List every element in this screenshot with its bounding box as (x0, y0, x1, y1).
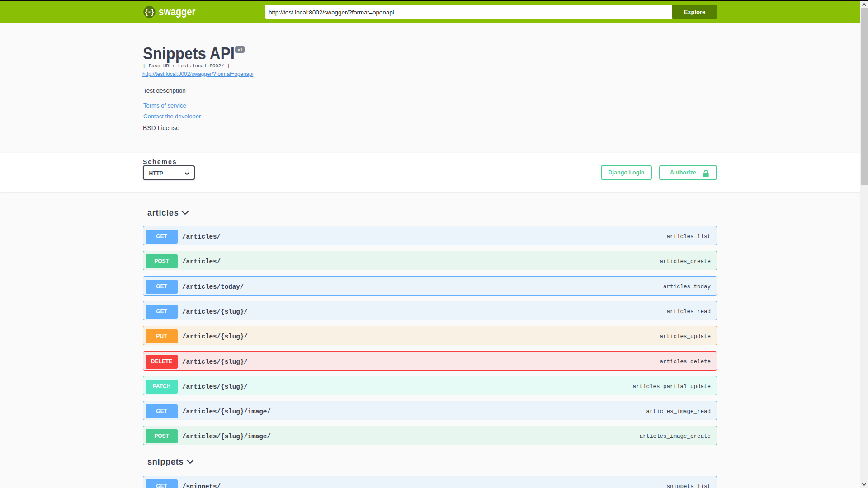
svg-text:{: { (145, 8, 148, 16)
svg-text:}: } (151, 8, 154, 16)
